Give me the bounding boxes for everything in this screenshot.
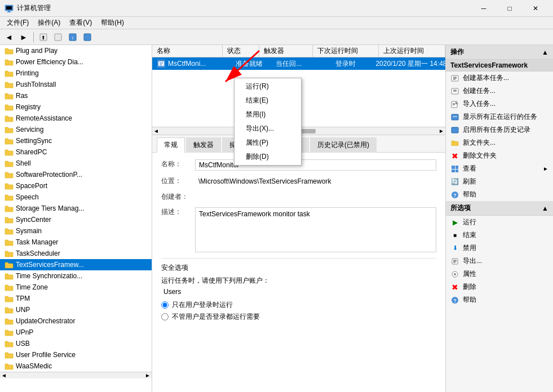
- desc-textarea[interactable]: TextServicesFramework monitor task: [195, 207, 436, 252]
- sidebar-item-sharedpc[interactable]: SharedPC: [0, 146, 152, 158]
- sidebar-item-task-scheduler[interactable]: TaskScheduler: [0, 248, 152, 259]
- right-action-delete[interactable]: ✖ 删除: [446, 280, 553, 293]
- right-action-help-main[interactable]: ? 帮助: [446, 188, 553, 201]
- right-action-enable-history[interactable]: 启用所有任务历史记录: [446, 123, 553, 136]
- radio-always[interactable]: [161, 313, 169, 320]
- sidebar-item-tpm[interactable]: TPM: [0, 293, 152, 304]
- toolbar-btn-up[interactable]: ⬆: [37, 31, 50, 43]
- col-header-trigger[interactable]: 触发器: [259, 45, 313, 57]
- minimize-button[interactable]: ─: [471, 0, 497, 17]
- task-name-cell: MsCtfMoni...: [152, 57, 231, 70]
- sidebar-item-textservices[interactable]: TextServicesFramew...: [0, 259, 152, 270]
- right-action-create-task[interactable]: 创建任务...: [446, 84, 553, 97]
- col-header-next[interactable]: 下次运行时间: [313, 45, 379, 57]
- sidebar-item-task-manager[interactable]: Task Manager: [0, 237, 152, 248]
- menu-file[interactable]: 文件(F): [2, 17, 33, 29]
- detail-location-row: 位置： \Microsoft\Windows\TextServicesFrame…: [161, 176, 436, 186]
- context-menu[interactable]: 运行(R) 结束(E) 禁用(I) 导出(X)... 属性(P) 删除(D): [234, 78, 302, 166]
- back-button[interactable]: ◄: [2, 31, 16, 43]
- sidebar-item-software-protection[interactable]: SoftwareProtectionP...: [0, 169, 152, 180]
- tab-trigger[interactable]: 触发器: [186, 137, 221, 153]
- sidebar-item-storage-tiers[interactable]: Storage Tiers Manag...: [0, 203, 152, 214]
- forward-button[interactable]: ►: [17, 31, 30, 43]
- sidebar-item-registry[interactable]: Registry: [0, 101, 152, 113]
- disable-label: 禁用: [463, 243, 476, 253]
- close-button[interactable]: ✕: [523, 0, 548, 17]
- right-section-main[interactable]: 操作 ▲: [446, 45, 553, 60]
- sidebar-item-plug-and-play[interactable]: Plug and Play: [0, 45, 152, 56]
- sidebar[interactable]: Plug and Play Power Efficiency Dia... Pr…: [0, 45, 152, 392]
- right-section-selected[interactable]: 所选项 ▲: [446, 201, 553, 216]
- sidebar-item-user-profile-service[interactable]: User Profile Service: [0, 349, 152, 360]
- toolbar-btn-4[interactable]: [81, 31, 94, 43]
- context-run[interactable]: 运行(R): [235, 79, 301, 93]
- sidebar-item-unp[interactable]: UNP: [0, 304, 152, 315]
- radio-login[interactable]: [161, 301, 169, 309]
- new-folder-label: 新文件夹...: [463, 138, 496, 148]
- folder-icon: [5, 305, 14, 314]
- context-properties[interactable]: 属性(P): [235, 136, 301, 150]
- sidebar-item-printing[interactable]: Printing: [0, 68, 152, 79]
- maximize-button[interactable]: □: [497, 0, 523, 17]
- context-end[interactable]: 结束(E): [235, 93, 301, 108]
- svg-text:?: ?: [453, 193, 457, 198]
- right-action-create-basic[interactable]: 创建基本任务...: [446, 72, 553, 84]
- sidebar-item-time-zone[interactable]: Time Zone: [0, 282, 152, 293]
- folder-icon: [5, 350, 14, 359]
- svg-rect-1: [6, 6, 12, 10]
- sidebar-item-settingsync[interactable]: SettingSync: [0, 135, 152, 146]
- context-disable[interactable]: 禁用(I): [235, 108, 301, 122]
- sidebar-scrollbar[interactable]: ◄ ►: [0, 372, 152, 378]
- name-input[interactable]: [195, 159, 436, 171]
- tab-history[interactable]: 历史记录(已禁用): [310, 137, 377, 153]
- sidebar-item-servicing[interactable]: Servicing: [0, 124, 152, 135]
- detail-desc-row: 描述： TextServicesFramework monitor task: [161, 207, 436, 252]
- toolbar-btn-2[interactable]: [51, 31, 65, 43]
- sidebar-item-upnp[interactable]: UPnP: [0, 327, 152, 338]
- col-header-last[interactable]: 上次运行时间: [379, 45, 445, 57]
- sidebar-item-spaceport[interactable]: SpacePort: [0, 180, 152, 191]
- context-delete[interactable]: 删除(D): [235, 150, 301, 164]
- view-icon: [450, 164, 459, 173]
- sidebar-item-synccenter[interactable]: SyncCenter: [0, 214, 152, 225]
- sidebar-item-shell[interactable]: Shell: [0, 158, 152, 169]
- svg-rect-31: [455, 170, 458, 172]
- right-action-view[interactable]: 查看 ►: [446, 162, 553, 175]
- right-action-end[interactable]: ■ 结束: [446, 229, 553, 242]
- col-header-status[interactable]: 状态: [223, 45, 259, 57]
- right-action-new-folder[interactable]: 新文件夹...: [446, 136, 553, 149]
- right-action-help-selected[interactable]: ? 帮助: [446, 293, 553, 306]
- right-action-show-running[interactable]: 显示所有正在运行的任务: [446, 110, 553, 123]
- folder-icon: [5, 69, 14, 78]
- help-selected-icon: ?: [450, 296, 459, 305]
- sidebar-item-remote-assistance[interactable]: RemoteAssistance: [0, 113, 152, 124]
- right-action-delete-folder[interactable]: ✖ 删除文件夹: [446, 149, 553, 162]
- sidebar-item-sysmain[interactable]: Sysmain: [0, 225, 152, 237]
- right-action-export[interactable]: 导出...: [446, 255, 553, 268]
- sidebar-item-usb[interactable]: USB: [0, 338, 152, 349]
- menu-view[interactable]: 查看(V): [65, 17, 96, 29]
- tab-general[interactable]: 常规: [157, 137, 185, 153]
- right-action-import[interactable]: 导入任务...: [446, 97, 553, 110]
- task-row[interactable]: MsCtfMoni... 准备就绪 当任回... 登录时 2020/1/20 星…: [152, 57, 445, 70]
- right-action-refresh[interactable]: 🔄 刷新: [446, 175, 553, 188]
- right-action-properties[interactable]: 属性: [446, 268, 553, 280]
- sidebar-item-pushtointall[interactable]: PushToInstall: [0, 79, 152, 90]
- sidebar-item-update-orchestrator[interactable]: UpdateOrchestrator: [0, 315, 152, 327]
- context-export[interactable]: 导出(X)...: [235, 122, 301, 136]
- menu-action[interactable]: 操作(A): [33, 17, 65, 29]
- toolbar-separator-1: [33, 32, 34, 42]
- sidebar-item-time-sync[interactable]: Time Synchronizatio...: [0, 270, 152, 282]
- col-header-name[interactable]: 名称: [152, 45, 223, 57]
- sidebar-item-power-efficiency[interactable]: Power Efficiency Dia...: [0, 56, 152, 68]
- toolbar-btn-3[interactable]: i: [66, 31, 79, 43]
- sidebar-item-waasmedic[interactable]: WaaSMedic: [0, 360, 152, 372]
- sidebar-item-ras[interactable]: Ras: [0, 90, 152, 101]
- right-action-disable[interactable]: ⬇ 禁用: [446, 242, 553, 255]
- right-action-run[interactable]: ▶ 运行: [446, 216, 553, 229]
- sidebar-item-speech[interactable]: Speech: [0, 191, 152, 203]
- svg-rect-6: [55, 34, 61, 41]
- title-bar-left: 计算机管理: [5, 3, 51, 13]
- task-trigger-cell: 当任回...: [271, 57, 331, 70]
- menu-help[interactable]: 帮助(H): [96, 17, 129, 29]
